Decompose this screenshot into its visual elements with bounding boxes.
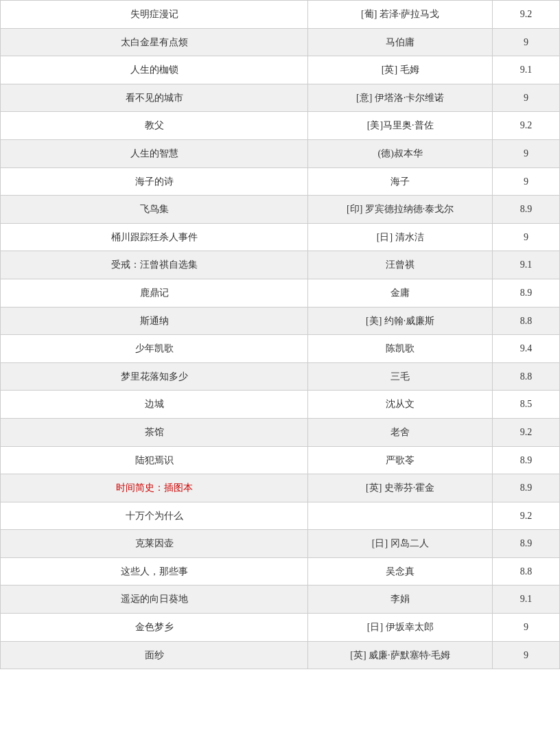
table-row: 教父[美]马里奥·普佐9.2 xyxy=(1,112,560,140)
book-score: 9.1 xyxy=(493,251,560,279)
book-title: 人生的枷锁 xyxy=(1,56,308,84)
book-title: 陆犯焉识 xyxy=(1,446,308,474)
table-row: 少年凯歌陈凯歌9.4 xyxy=(1,335,560,363)
book-author: [英] 威廉·萨默塞特·毛姆 xyxy=(308,641,493,669)
book-title: 茶馆 xyxy=(1,418,308,446)
book-title: 遥远的向日葵地 xyxy=(1,586,308,614)
book-score: 9 xyxy=(493,167,560,196)
book-author: [英] 毛姆 xyxy=(308,56,493,84)
book-title: 失明症漫记 xyxy=(1,1,308,29)
table-row: 面纱[英] 威廉·萨默塞特·毛姆9 xyxy=(1,641,560,669)
book-score: 9 xyxy=(493,641,560,669)
book-author xyxy=(308,502,493,530)
table-row: 遥远的向日葵地李娟9.1 xyxy=(1,586,560,614)
book-title: 人生的智慧 xyxy=(1,139,308,167)
book-title: 面纱 xyxy=(1,641,308,669)
table-row: 克莱因壶[日] 冈岛二人8.9 xyxy=(1,530,560,558)
book-score: 8.8 xyxy=(493,362,560,391)
book-score: 8.9 xyxy=(493,196,560,224)
book-score: 8.9 xyxy=(493,474,560,502)
table-row: 斯通纳[美] 约翰·威廉斯8.8 xyxy=(1,307,560,335)
book-author: 三毛 xyxy=(308,362,493,391)
book-title: 桶川跟踪狂杀人事件 xyxy=(1,223,308,251)
book-score: 8.9 xyxy=(493,530,560,558)
book-score: 9.2 xyxy=(493,112,560,140)
book-author: 马伯庸 xyxy=(308,28,493,56)
book-author: 李娟 xyxy=(308,586,493,614)
table-row: 梦里花落知多少三毛8.8 xyxy=(1,362,560,391)
table-row: 边城沈从文8.5 xyxy=(1,391,560,419)
book-score: 9 xyxy=(493,28,560,56)
book-title: 这些人，那些事 xyxy=(1,557,308,586)
book-score: 9.1 xyxy=(493,586,560,614)
table-row: 茶馆老舍9.2 xyxy=(1,418,560,446)
table-row: 时间简史：插图本[英] 史蒂芬·霍金8.9 xyxy=(1,474,560,502)
book-author: (德)叔本华 xyxy=(308,139,493,167)
table-row: 这些人，那些事吴念真8.8 xyxy=(1,557,560,586)
book-author: [印] 罗宾德拉纳德·泰戈尔 xyxy=(308,196,493,224)
table-row: 陆犯焉识严歌苓8.9 xyxy=(1,446,560,474)
book-author: [日] 伊坂幸太郎 xyxy=(308,614,493,642)
book-title: 时间简史：插图本 xyxy=(1,474,308,502)
book-author: [美] 约翰·威廉斯 xyxy=(308,307,493,335)
book-title: 受戒：汪曾祺自选集 xyxy=(1,251,308,279)
book-author: 海子 xyxy=(308,167,493,196)
table-row: 受戒：汪曾祺自选集汪曾祺9.1 xyxy=(1,251,560,279)
book-author: [日] 清水洁 xyxy=(308,223,493,251)
books-table: 失明症漫记[葡] 若泽·萨拉马戈9.2太白金星有点烦马伯庸9人生的枷锁[英] 毛… xyxy=(0,0,560,669)
book-score: 8.8 xyxy=(493,307,560,335)
book-author: 沈从文 xyxy=(308,391,493,419)
table-row: 太白金星有点烦马伯庸9 xyxy=(1,28,560,56)
book-title: 飞鸟集 xyxy=(1,196,308,224)
book-author: 汪曾祺 xyxy=(308,251,493,279)
book-author: [意] 伊塔洛·卡尔维诺 xyxy=(308,84,493,112)
book-title: 鹿鼎记 xyxy=(1,279,308,307)
book-author: [日] 冈岛二人 xyxy=(308,530,493,558)
book-score: 9.2 xyxy=(493,502,560,530)
book-score: 9 xyxy=(493,223,560,251)
book-score: 9 xyxy=(493,614,560,642)
book-title: 斯通纳 xyxy=(1,307,308,335)
book-title: 少年凯歌 xyxy=(1,335,308,363)
book-author: 金庸 xyxy=(308,279,493,307)
book-author: 老舍 xyxy=(308,418,493,446)
book-score: 8.5 xyxy=(493,391,560,419)
table-row: 桶川跟踪狂杀人事件[日] 清水洁9 xyxy=(1,223,560,251)
book-score: 9.2 xyxy=(493,418,560,446)
book-score: 8.9 xyxy=(493,279,560,307)
book-score: 9 xyxy=(493,139,560,167)
book-author: [英] 史蒂芬·霍金 xyxy=(308,474,493,502)
book-score: 9.4 xyxy=(493,335,560,363)
book-author: 陈凯歌 xyxy=(308,335,493,363)
book-score: 8.8 xyxy=(493,557,560,586)
book-title: 看不见的城市 xyxy=(1,84,308,112)
table-row: 人生的智慧(德)叔本华9 xyxy=(1,139,560,167)
table-row: 鹿鼎记金庸8.9 xyxy=(1,279,560,307)
book-title: 克莱因壶 xyxy=(1,530,308,558)
book-title: 海子的诗 xyxy=(1,167,308,196)
book-title: 金色梦乡 xyxy=(1,614,308,642)
table-row: 海子的诗海子9 xyxy=(1,167,560,196)
book-score: 9.2 xyxy=(493,1,560,29)
table-row: 金色梦乡[日] 伊坂幸太郎9 xyxy=(1,614,560,642)
table-row: 人生的枷锁[英] 毛姆9.1 xyxy=(1,56,560,84)
book-author: 吴念真 xyxy=(308,557,493,586)
book-author: 严歌苓 xyxy=(308,446,493,474)
table-row: 失明症漫记[葡] 若泽·萨拉马戈9.2 xyxy=(1,1,560,29)
book-author: [美]马里奥·普佐 xyxy=(308,112,493,140)
table-row: 看不见的城市[意] 伊塔洛·卡尔维诺9 xyxy=(1,84,560,112)
book-title: 边城 xyxy=(1,391,308,419)
book-author: [葡] 若泽·萨拉马戈 xyxy=(308,1,493,29)
table-row: 十万个为什么9.2 xyxy=(1,502,560,530)
book-title: 梦里花落知多少 xyxy=(1,362,308,391)
table-row: 飞鸟集[印] 罗宾德拉纳德·泰戈尔8.9 xyxy=(1,196,560,224)
book-score: 9 xyxy=(493,84,560,112)
book-title: 教父 xyxy=(1,112,308,140)
book-score: 8.9 xyxy=(493,446,560,474)
book-title: 十万个为什么 xyxy=(1,502,308,530)
book-score: 9.1 xyxy=(493,56,560,84)
book-title: 太白金星有点烦 xyxy=(1,28,308,56)
